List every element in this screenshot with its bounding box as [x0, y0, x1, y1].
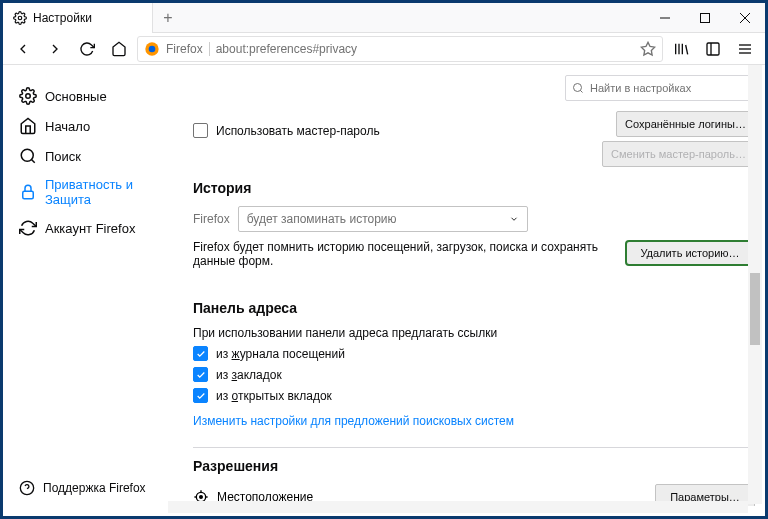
history-section-title: История	[193, 180, 755, 196]
master-password-checkbox[interactable]	[193, 123, 208, 138]
window-controls	[645, 3, 765, 33]
search-icon	[19, 147, 37, 165]
firefox-logo-icon	[144, 41, 160, 57]
minimize-button[interactable]	[645, 3, 685, 33]
lock-icon	[19, 183, 37, 201]
svg-rect-12	[707, 43, 719, 55]
history-select-value: будет запоминать историю	[247, 212, 397, 226]
close-button[interactable]	[725, 3, 765, 33]
sidebar-item-label: Поиск	[45, 149, 81, 164]
suggest-bookmarks-label: из закладок	[216, 368, 282, 382]
change-master-password-button: Сменить мастер-пароль…	[602, 141, 755, 167]
sidebar: Основные Начало Поиск Приватность и Защи…	[3, 65, 168, 506]
master-password-label: Использовать мастер-пароль	[216, 124, 380, 138]
history-desc: Firefox будет помнить историю посещений,…	[193, 240, 615, 268]
suggest-open-tabs-label: из открытых вкладок	[216, 389, 332, 403]
saved-logins-button[interactable]: Сохранённые логины…	[616, 111, 755, 137]
svg-point-26	[200, 496, 203, 499]
nav-toolbar: Firefox	[3, 33, 765, 65]
search-icon	[572, 82, 584, 94]
svg-rect-20	[23, 191, 34, 199]
suggest-open-tabs-checkbox[interactable]	[193, 388, 208, 403]
sidebar-item-home[interactable]: Начало	[3, 111, 168, 141]
svg-point-0	[18, 16, 22, 20]
horizontal-scrollbar[interactable]	[168, 501, 748, 513]
svg-rect-2	[701, 13, 710, 22]
vertical-scrollbar[interactable]	[748, 65, 762, 504]
new-tab-button[interactable]: +	[153, 3, 183, 33]
support-label: Поддержка Firefox	[43, 481, 146, 495]
suggest-history-checkbox[interactable]	[193, 346, 208, 361]
prefs-search[interactable]: Найти в настройках	[565, 75, 755, 101]
home-icon	[19, 117, 37, 135]
svg-line-24	[580, 90, 582, 92]
address-bar[interactable]: Firefox	[137, 36, 663, 62]
main-content: Найти в настройках Сохранённые логины… С…	[168, 65, 765, 506]
svg-marker-7	[641, 42, 654, 55]
svg-line-11	[686, 45, 688, 54]
sidebar-item-account[interactable]: Аккаунт Firefox	[3, 213, 168, 243]
svg-point-23	[574, 84, 582, 92]
home-button[interactable]	[105, 35, 133, 63]
gear-icon	[19, 87, 37, 105]
svg-point-6	[149, 45, 156, 52]
search-engine-suggestions-link[interactable]: Изменить настройки для предложений поиск…	[193, 414, 514, 428]
library-button[interactable]	[667, 35, 695, 63]
svg-line-19	[31, 159, 34, 162]
suggest-history-label: из журнала посещений	[216, 347, 345, 361]
history-mode-select[interactable]: будет запоминать историю	[238, 206, 528, 232]
sidebar-item-general[interactable]: Основные	[3, 81, 168, 111]
reload-button[interactable]	[73, 35, 101, 63]
addressbar-section-title: Панель адреса	[193, 300, 755, 316]
svg-point-18	[21, 149, 33, 161]
scroll-thumb[interactable]	[750, 273, 760, 345]
sidebar-button[interactable]	[699, 35, 727, 63]
help-icon	[19, 480, 35, 496]
gear-icon	[13, 11, 27, 25]
sidebar-item-label: Начало	[45, 119, 90, 134]
sidebar-item-label: Основные	[45, 89, 107, 104]
support-link[interactable]: Поддержка Firefox	[3, 470, 168, 506]
menu-button[interactable]	[731, 35, 759, 63]
suggest-bookmarks-checkbox[interactable]	[193, 367, 208, 382]
back-button[interactable]	[9, 35, 37, 63]
url-input[interactable]	[216, 42, 634, 56]
page: Основные Начало Поиск Приватность и Защи…	[3, 65, 765, 506]
maximize-button[interactable]	[685, 3, 725, 33]
sidebar-item-privacy[interactable]: Приватность и Защита	[3, 171, 168, 213]
separator	[193, 447, 755, 448]
clear-history-button[interactable]: Удалить историю…	[625, 240, 755, 266]
addressbar-desc: При использовании панели адреса предлага…	[193, 326, 755, 340]
tab-label: Настройки	[33, 11, 92, 25]
sync-icon	[19, 219, 37, 237]
bookmark-star-icon[interactable]	[640, 41, 656, 57]
sidebar-item-label: Аккаунт Firefox	[45, 221, 135, 236]
history-firefox-label: Firefox	[193, 212, 230, 226]
tab-settings[interactable]: Настройки	[3, 3, 153, 33]
sidebar-item-label: Приватность и Защита	[45, 177, 160, 207]
search-placeholder: Найти в настройках	[590, 82, 691, 94]
permissions-section-title: Разрешения	[193, 458, 755, 474]
forward-button[interactable]	[41, 35, 69, 63]
tab-strip: Настройки +	[3, 3, 765, 33]
chevron-down-icon	[509, 214, 519, 224]
sidebar-item-search[interactable]: Поиск	[3, 141, 168, 171]
svg-point-17	[26, 94, 31, 99]
address-brand: Firefox	[166, 42, 210, 56]
